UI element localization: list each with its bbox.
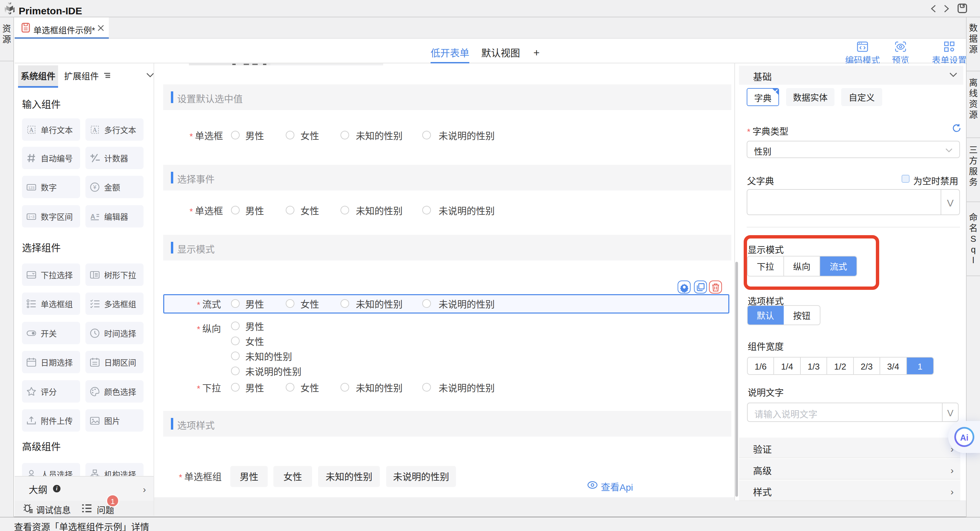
svg-text:i: i xyxy=(56,486,58,491)
svg-text:A: A xyxy=(29,127,34,133)
svg-text:A: A xyxy=(91,211,95,221)
svg-text:1~3: 1~3 xyxy=(29,214,34,219)
svg-text:A: A xyxy=(93,127,97,133)
svg-text:123: 123 xyxy=(29,185,35,190)
svg-text:¥: ¥ xyxy=(93,183,97,191)
